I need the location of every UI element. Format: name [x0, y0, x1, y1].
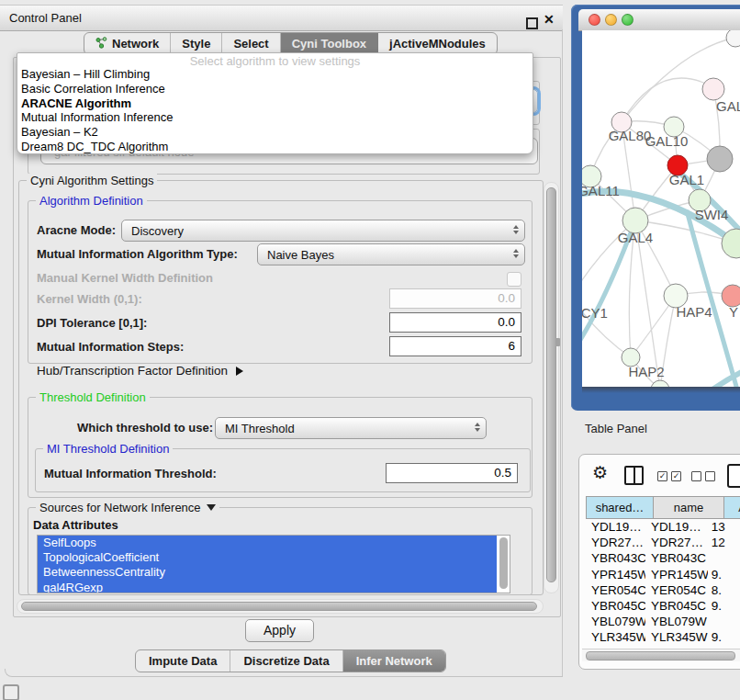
mi-type-label: Mutual Information Algorithm Type: — [37, 243, 238, 265]
network-window-titlebar[interactable] — [578, 9, 740, 31]
node-label-gal1: GAL1 — [669, 172, 704, 187]
collapse-down-icon — [207, 504, 216, 511]
combo-stepper-icon — [513, 225, 519, 234]
table-cell: YBR043C — [586, 551, 645, 565]
table-cell: 9. — [708, 599, 740, 613]
close-icon[interactable]: ✕ — [544, 13, 555, 26]
attributes-scrollbar[interactable] — [499, 537, 508, 589]
gear-icon[interactable]: ⚙ — [592, 463, 608, 483]
table-horizontal-scrollbar[interactable] — [582, 649, 740, 661]
network-canvas-shadow — [582, 387, 740, 393]
table-row[interactable]: YDL19…YDL19…13 — [586, 519, 740, 535]
dropdown-item-basic-correlation-inference[interactable]: Basic Correlation Inference — [17, 82, 533, 96]
algorithm-definition-legend: Algorithm Definition — [36, 194, 147, 208]
column-header-shared[interactable]: shared… — [586, 496, 654, 519]
data-attributes-list[interactable]: SelfLoopsTopologicalCoefficientBetweenne… — [37, 535, 510, 593]
aracne-mode-label: Aracne Mode: — [37, 220, 116, 242]
table-row[interactable]: YBR045CYBR045C9. — [586, 598, 740, 614]
hub-tf-definition-label: Hub/Transcription Factor Definition — [37, 364, 228, 378]
network-node[interactable] — [726, 30, 740, 47]
dropdown-item-bayesian-hill-climbing[interactable]: Bayesian – Hill Climbing — [17, 67, 533, 82]
data-attributes-label: Data Attributes — [33, 518, 118, 532]
table-mode-icon[interactable] — [727, 464, 740, 488]
apply-button[interactable]: Apply — [245, 619, 314, 642]
splitter-handle[interactable] — [555, 338, 560, 346]
deselect-all-icon[interactable] — [705, 471, 715, 481]
collapsed-panel-icon[interactable] — [3, 684, 19, 700]
sources-legend[interactable]: Sources for Network Inference — [36, 501, 219, 514]
tab-label: Style — [182, 37, 210, 51]
tab-select[interactable]: Select — [222, 33, 280, 54]
table-header-row: shared…nameA — [586, 496, 740, 519]
which-threshold-combobox[interactable]: MI Threshold — [215, 417, 487, 439]
settings-horizontal-scrollbar[interactable] — [17, 599, 544, 614]
tab-network[interactable]: Network — [84, 33, 171, 54]
mi-threshold-legend: MI Threshold Definition — [43, 442, 173, 456]
tab-discretize-data[interactable]: Discretize Data — [230, 650, 342, 672]
mac-minimize-icon[interactable] — [605, 14, 617, 26]
mi-threshold-field[interactable]: 0.5 — [386, 463, 518, 483]
tab-impute-data[interactable]: Impute Data — [136, 650, 230, 672]
screen: Control Panel ✕ NetworkStyleSelectCyni T… — [0, 0, 740, 700]
table-cell: YBL079W — [645, 615, 708, 628]
mac-close-icon[interactable] — [589, 14, 600, 26]
tab-style[interactable]: Style — [171, 33, 222, 54]
network-canvas[interactable]: GALGAL80GAL10GAL1GAL11SWI4GAL4GCY1HAP4YH… — [582, 30, 740, 387]
horizontal-scroll-thumb[interactable] — [21, 602, 537, 611]
settings-vertical-scrollbar[interactable] — [544, 182, 559, 593]
split-columns-icon[interactable] — [624, 466, 644, 485]
network-icon — [95, 37, 107, 51]
table-scroll-thumb[interactable] — [586, 651, 735, 660]
tab-jactivemnodules[interactable]: jActiveMNodules — [378, 33, 497, 54]
mac-zoom-icon[interactable] — [622, 14, 633, 26]
manual-kernel-checkbox[interactable] — [507, 272, 521, 287]
mi-type-combobox[interactable]: Naive Bayes — [257, 243, 525, 265]
attribute-item-selfloops[interactable]: SelfLoops — [38, 536, 497, 550]
column-header-name[interactable]: name — [654, 496, 724, 519]
network-node-gal[interactable] — [702, 78, 724, 100]
table-row[interactable]: YLR345WYLR345W9. — [586, 629, 740, 645]
collapse-right-icon — [236, 367, 243, 376]
tab-infer-network[interactable]: Infer Network — [343, 650, 445, 672]
attribute-item-gal4rgexp[interactable]: gal4RGexp — [38, 581, 497, 593]
which-threshold-value: MI Threshold — [225, 422, 295, 435]
dropdown-item-mutual-information-inference[interactable]: Mutual Information Inference — [17, 110, 533, 125]
vertical-scroll-thumb[interactable] — [546, 187, 556, 582]
mi-steps-field[interactable]: 6 — [389, 336, 521, 356]
dropdown-item-aracne-algorithm[interactable]: ARACNE Algorithm — [17, 96, 533, 111]
aracne-mode-combobox[interactable]: Discovery — [121, 220, 525, 242]
float-window-icon[interactable] — [526, 17, 538, 29]
select-all-check-icon[interactable]: ✓ — [671, 471, 681, 481]
kernel-width-field[interactable]: 0.0 — [389, 288, 521, 309]
manual-kernel-label: Manual Kernel Width Definition — [37, 267, 213, 289]
network-edge[interactable] — [622, 78, 713, 122]
attribute-item-betweennesscentrality[interactable]: BetweennessCentrality — [38, 565, 497, 580]
tab-label: jActiveMNodules — [389, 37, 486, 51]
select-all-check-icon[interactable]: ✓ — [657, 471, 667, 481]
table-cell: YIL052C — [586, 647, 645, 648]
table-row[interactable]: YIL052CYIL052C8. — [586, 646, 740, 649]
algorithm-dropdown-popup: Select algorithm to view settings Bayesi… — [17, 52, 533, 154]
table-row[interactable]: YBL079WYBL079W — [586, 614, 740, 629]
node-label-hap2: HAP2 — [628, 364, 664, 379]
table-cell: YBR045C — [645, 599, 708, 613]
column-header-a[interactable]: A — [724, 496, 740, 519]
attribute-item-topologicalcoefficient[interactable]: TopologicalCoefficient — [38, 550, 497, 565]
cyni-bottom-tabbar: Impute DataDiscretize DataInfer Network — [135, 649, 446, 672]
hub-tf-definition-toggle[interactable]: Hub/Transcription Factor Definition — [37, 362, 243, 380]
table-row[interactable]: YER054CYER054C8. — [586, 582, 740, 598]
table-row[interactable]: YPR145WYPR145W9. — [586, 567, 740, 582]
dpi-tolerance-field[interactable]: 0.0 — [389, 312, 521, 333]
table-row[interactable]: YBR043CYBR043C — [586, 550, 740, 566]
mi-threshold-label: Mutual Information Threshold: — [44, 463, 217, 485]
deselect-all-icon[interactable] — [691, 471, 701, 481]
network-node[interactable] — [651, 380, 669, 387]
dropdown-item-dream8-dc-tdc-algorithm[interactable]: Dream8 DC_TDC Algorithm — [17, 140, 533, 154]
table-cell: 8. — [708, 647, 740, 648]
node-label-gal11: GAL11 — [582, 183, 620, 198]
dropdown-item-bayesian-k2[interactable]: Bayesian – K2 — [17, 125, 533, 140]
network-node[interactable] — [707, 146, 733, 172]
table-row[interactable]: YDR27…YDR27…12 — [586, 535, 740, 550]
node-label-gal4: GAL4 — [618, 230, 653, 245]
tab-cyni-toolbox[interactable]: Cyni Toolbox — [281, 33, 378, 54]
